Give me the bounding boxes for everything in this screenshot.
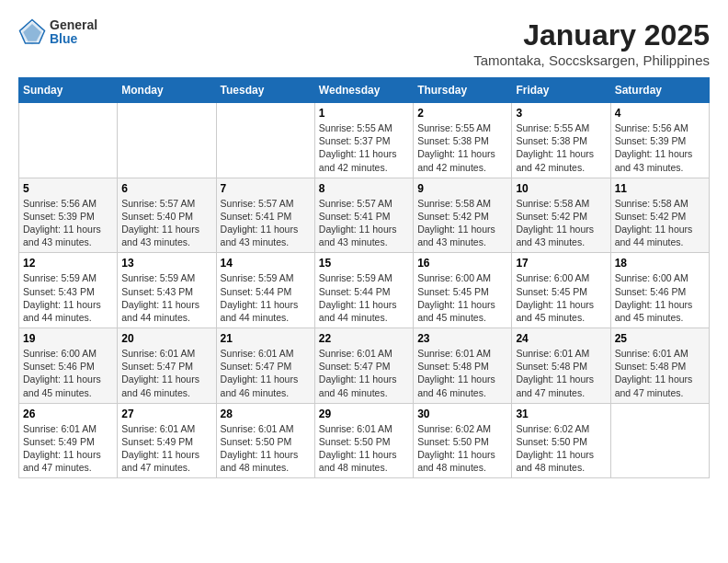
day-header-saturday: Saturday	[610, 78, 709, 103]
day-number: 16	[417, 257, 507, 270]
day-number: 12	[23, 257, 113, 270]
logo-general: General	[50, 18, 97, 32]
day-number: 11	[615, 182, 705, 195]
day-info: Sunrise: 5:55 AMSunset: 5:38 PMDaylight:…	[417, 121, 507, 174]
calendar-cell: 3Sunrise: 5:55 AMSunset: 5:38 PMDaylight…	[512, 103, 610, 178]
day-info: Sunrise: 5:59 AMSunset: 5:44 PMDaylight:…	[319, 271, 409, 324]
day-info: Sunrise: 6:01 AMSunset: 5:48 PMDaylight:…	[615, 347, 705, 399]
day-number: 28	[221, 408, 311, 420]
calendar-header-row: SundayMondayTuesdayWednesdayThursdayFrid…	[19, 78, 710, 103]
calendar-cell: 21Sunrise: 6:01 AMSunset: 5:47 PMDayligh…	[216, 328, 314, 404]
calendar-cell: 5Sunrise: 5:56 AMSunset: 5:39 PMDaylight…	[19, 178, 118, 253]
day-info: Sunrise: 6:01 AMSunset: 5:50 PMDaylight:…	[221, 422, 311, 475]
calendar-cell: 6Sunrise: 5:57 AMSunset: 5:40 PMDaylight…	[118, 178, 216, 253]
calendar-cell: 23Sunrise: 6:01 AMSunset: 5:48 PMDayligh…	[414, 328, 512, 404]
calendar-cell: 20Sunrise: 6:01 AMSunset: 5:47 PMDayligh…	[118, 328, 216, 404]
day-number: 23	[417, 332, 507, 345]
day-info: Sunrise: 6:01 AMSunset: 5:48 PMDaylight:…	[516, 347, 606, 399]
day-number: 24	[516, 332, 606, 345]
day-info: Sunrise: 5:58 AMSunset: 5:42 PMDaylight:…	[516, 197, 606, 249]
day-info: Sunrise: 5:59 AMSunset: 5:44 PMDaylight:…	[221, 271, 311, 324]
calendar-cell: 22Sunrise: 6:01 AMSunset: 5:47 PMDayligh…	[314, 328, 413, 404]
day-info: Sunrise: 5:57 AMSunset: 5:41 PMDaylight:…	[221, 197, 311, 249]
day-number: 10	[516, 182, 606, 195]
day-number: 7	[221, 182, 311, 195]
day-number: 29	[319, 408, 409, 420]
calendar-cell: 18Sunrise: 6:00 AMSunset: 5:46 PMDayligh…	[610, 253, 709, 328]
day-number: 20	[121, 332, 211, 345]
calendar-cell: 30Sunrise: 6:02 AMSunset: 5:50 PMDayligh…	[414, 403, 512, 478]
calendar-cell: 31Sunrise: 6:02 AMSunset: 5:50 PMDayligh…	[512, 403, 610, 478]
logo-blue: Blue	[50, 32, 97, 46]
calendar-cell: 25Sunrise: 6:01 AMSunset: 5:48 PMDayligh…	[610, 328, 709, 404]
calendar-cell: 4Sunrise: 5:56 AMSunset: 5:39 PMDaylight…	[610, 103, 709, 178]
calendar-cell: 12Sunrise: 5:59 AMSunset: 5:43 PMDayligh…	[19, 253, 118, 328]
calendar-cell: 13Sunrise: 5:59 AMSunset: 5:43 PMDayligh…	[118, 253, 216, 328]
calendar-cell	[118, 103, 216, 178]
calendar-cell	[19, 103, 118, 178]
calendar-cell	[610, 403, 709, 478]
day-number: 13	[121, 257, 211, 270]
logo: General Blue	[18, 18, 97, 47]
day-number: 30	[417, 408, 507, 420]
day-header-friday: Friday	[512, 78, 610, 103]
day-info: Sunrise: 6:01 AMSunset: 5:47 PMDaylight:…	[221, 347, 311, 399]
day-number: 4	[615, 107, 705, 120]
day-number: 3	[516, 107, 606, 120]
day-header-monday: Monday	[118, 78, 216, 103]
logo-icon	[18, 18, 46, 46]
calendar-week-5: 26Sunrise: 6:01 AMSunset: 5:49 PMDayligh…	[19, 403, 710, 478]
calendar-cell: 14Sunrise: 5:59 AMSunset: 5:44 PMDayligh…	[216, 253, 314, 328]
day-number: 22	[319, 332, 409, 345]
day-number: 6	[121, 182, 211, 195]
logo-text: General Blue	[50, 18, 97, 47]
calendar-cell	[216, 103, 314, 178]
day-info: Sunrise: 6:01 AMSunset: 5:49 PMDaylight:…	[23, 422, 113, 475]
calendar-cell: 17Sunrise: 6:00 AMSunset: 5:45 PMDayligh…	[512, 253, 610, 328]
calendar-table: SundayMondayTuesdayWednesdayThursdayFrid…	[18, 77, 710, 478]
day-info: Sunrise: 6:01 AMSunset: 5:50 PMDaylight:…	[319, 422, 409, 475]
calendar-cell: 2Sunrise: 5:55 AMSunset: 5:38 PMDaylight…	[414, 103, 512, 178]
day-info: Sunrise: 6:00 AMSunset: 5:45 PMDaylight:…	[516, 271, 606, 324]
day-number: 19	[23, 332, 113, 345]
calendar-cell: 29Sunrise: 6:01 AMSunset: 5:50 PMDayligh…	[314, 403, 413, 478]
calendar-cell: 27Sunrise: 6:01 AMSunset: 5:49 PMDayligh…	[118, 403, 216, 478]
day-info: Sunrise: 5:56 AMSunset: 5:39 PMDaylight:…	[615, 121, 705, 174]
day-info: Sunrise: 5:58 AMSunset: 5:42 PMDaylight:…	[417, 197, 507, 249]
calendar-cell: 8Sunrise: 5:57 AMSunset: 5:41 PMDaylight…	[314, 178, 413, 253]
calendar-cell: 7Sunrise: 5:57 AMSunset: 5:41 PMDaylight…	[216, 178, 314, 253]
day-number: 8	[319, 182, 409, 195]
day-header-thursday: Thursday	[414, 78, 512, 103]
day-number: 1	[319, 107, 409, 120]
page-header: General Blue January 2025 Tamontaka, Soc…	[18, 18, 710, 68]
day-info: Sunrise: 5:57 AMSunset: 5:41 PMDaylight:…	[319, 197, 409, 249]
calendar-week-4: 19Sunrise: 6:00 AMSunset: 5:46 PMDayligh…	[19, 328, 710, 404]
calendar-subtitle: Tamontaka, Soccsksargen, Philippines	[473, 52, 710, 68]
title-block: January 2025 Tamontaka, Soccsksargen, Ph…	[473, 18, 710, 68]
day-info: Sunrise: 6:00 AMSunset: 5:45 PMDaylight:…	[417, 271, 507, 324]
day-number: 9	[417, 182, 507, 195]
calendar-cell: 15Sunrise: 5:59 AMSunset: 5:44 PMDayligh…	[314, 253, 413, 328]
day-info: Sunrise: 6:01 AMSunset: 5:47 PMDaylight:…	[319, 347, 409, 399]
day-info: Sunrise: 5:55 AMSunset: 5:37 PMDaylight:…	[319, 121, 409, 174]
calendar-cell: 24Sunrise: 6:01 AMSunset: 5:48 PMDayligh…	[512, 328, 610, 404]
day-number: 17	[516, 257, 606, 270]
day-info: Sunrise: 5:55 AMSunset: 5:38 PMDaylight:…	[516, 121, 606, 174]
calendar-week-3: 12Sunrise: 5:59 AMSunset: 5:43 PMDayligh…	[19, 253, 710, 328]
day-number: 21	[221, 332, 311, 345]
day-number: 31	[516, 408, 606, 420]
day-number: 15	[319, 257, 409, 270]
day-info: Sunrise: 5:56 AMSunset: 5:39 PMDaylight:…	[23, 197, 113, 249]
day-info: Sunrise: 5:59 AMSunset: 5:43 PMDaylight:…	[121, 271, 211, 324]
calendar-cell: 11Sunrise: 5:58 AMSunset: 5:42 PMDayligh…	[610, 178, 709, 253]
calendar-cell: 16Sunrise: 6:00 AMSunset: 5:45 PMDayligh…	[414, 253, 512, 328]
day-info: Sunrise: 6:02 AMSunset: 5:50 PMDaylight:…	[516, 422, 606, 475]
day-info: Sunrise: 5:57 AMSunset: 5:40 PMDaylight:…	[121, 197, 211, 249]
day-header-tuesday: Tuesday	[216, 78, 314, 103]
day-number: 18	[615, 257, 705, 270]
day-number: 25	[615, 332, 705, 345]
day-header-wednesday: Wednesday	[314, 78, 413, 103]
day-info: Sunrise: 6:01 AMSunset: 5:48 PMDaylight:…	[417, 347, 507, 399]
day-header-sunday: Sunday	[19, 78, 118, 103]
day-number: 27	[121, 408, 211, 420]
